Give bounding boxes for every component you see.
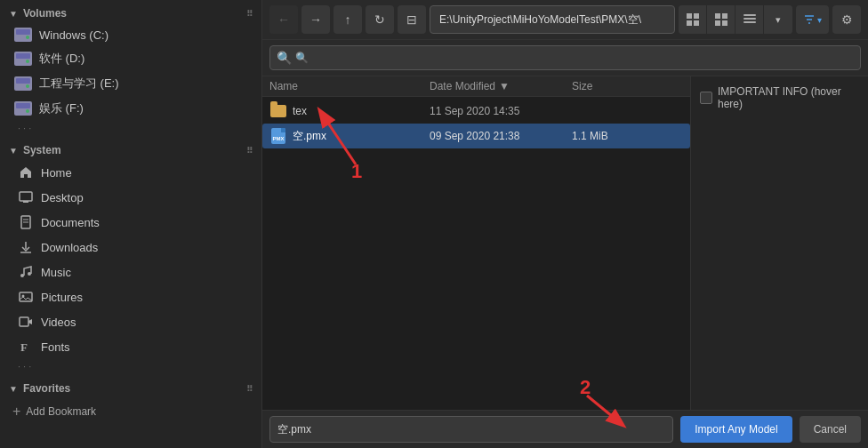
svg-rect-26: [687, 20, 692, 26]
important-info-checkbox[interactable]: [700, 92, 712, 104]
hdd-icon: [14, 28, 32, 42]
file-list-area: Name Date Modified ▼ Size tex 11 Sep 202…: [262, 76, 690, 410]
expand-dots: · · ·: [18, 123, 31, 133]
volume-c[interactable]: Windows (C:): [0, 23, 261, 46]
svg-rect-25: [694, 13, 699, 19]
file-list: tex 11 Sep 2020 14:35 PMX 空.pmx 09 Sep 2…: [262, 97, 690, 410]
home-icon: [18, 164, 34, 180]
file-date-pmx: 09 Sep 2020 21:38: [430, 130, 572, 142]
bottom-bar: Import Any Model Cancel: [262, 410, 868, 448]
forward-icon: →: [309, 12, 322, 27]
sidebar-item-home[interactable]: Home: [0, 160, 261, 185]
search-input[interactable]: [269, 45, 861, 70]
file-row-tex[interactable]: tex 11 Sep 2020 14:35: [262, 99, 690, 124]
file-row-pmx[interactable]: PMX 空.pmx 09 Sep 2020 21:38 1.1 MiB: [262, 124, 690, 148]
favorites-triangle: ▼: [9, 384, 18, 394]
volume-d[interactable]: 软件 (D:): [0, 46, 261, 71]
sidebar-item-music[interactable]: Music: [0, 260, 261, 284]
sidebar-item-pictures[interactable]: Pictures: [0, 284, 261, 309]
volumes-triangle: ▼: [9, 9, 18, 19]
sidebar-item-fonts[interactable]: F Fonts: [0, 334, 261, 359]
folder-icon: [269, 102, 287, 120]
volumes-section-title: Volumes: [23, 7, 246, 20]
hdd-icon-d: [14, 52, 32, 66]
back-button[interactable]: ←: [269, 5, 298, 34]
bookmark-icon: ⊟: [406, 12, 417, 27]
svg-rect-31: [722, 20, 727, 26]
filename-input[interactable]: [269, 416, 673, 443]
add-bookmark-label: Add Bookmark: [26, 405, 96, 418]
volumes-expand[interactable]: · · ·: [0, 121, 261, 137]
downloads-icon: [18, 239, 34, 255]
system-expand[interactable]: · · ·: [0, 359, 261, 375]
col-name-header[interactable]: Name: [269, 80, 430, 92]
system-expand-dots: · · ·: [18, 361, 31, 372]
file-name-tex: tex: [293, 105, 430, 117]
volume-e-label: 工程与学习 (E:): [39, 76, 119, 92]
volume-e[interactable]: 工程与学习 (E:): [0, 71, 261, 96]
content-area: Name Date Modified ▼ Size tex 11 Sep 202…: [262, 76, 868, 410]
svg-rect-10: [16, 103, 30, 108]
favorites-section-header[interactable]: ▼ Favorites ⠿: [0, 375, 261, 398]
path-bar[interactable]: E:\UnityProject\MiHoYoModelTest\PMX\空\: [430, 5, 675, 34]
desktop-icon: [18, 189, 34, 205]
settings-button[interactable]: ⚙: [832, 5, 861, 34]
up-button[interactable]: ↑: [334, 5, 362, 34]
svg-point-11: [26, 109, 29, 113]
svg-point-2: [26, 36, 29, 39]
svg-rect-12: [20, 192, 32, 201]
view-compact-button[interactable]: [735, 5, 764, 34]
toolbar: ← → ↑ ↻ ⊟ E:\UnityProject\MiHoYoModelTes…: [262, 0, 868, 40]
refresh-icon: ↻: [374, 12, 385, 27]
path-value: E:\UnityProject\MiHoYoModelTest\PMX\空\: [439, 12, 641, 28]
hdd-icon-f: [14, 101, 32, 116]
svg-rect-29: [722, 13, 727, 19]
bookmark-button[interactable]: ⊟: [398, 5, 426, 34]
pictures-label: Pictures: [41, 291, 83, 304]
view-grid-button[interactable]: [679, 5, 707, 34]
favorites-drag-handle: ⠿: [246, 384, 253, 394]
important-info-toggle[interactable]: IMPORTANT INFO (hover here): [700, 85, 859, 110]
forward-button[interactable]: →: [301, 5, 330, 34]
import-button[interactable]: Import Any Model: [680, 416, 792, 443]
view-sort-button[interactable]: ▾: [764, 5, 792, 34]
sidebar-item-videos[interactable]: Videos: [0, 309, 261, 334]
sort-chevron-icon: ▾: [776, 14, 781, 26]
volumes-drag-handle: ⠿: [246, 9, 253, 19]
view-group: ▾: [679, 5, 792, 34]
back-icon: ←: [277, 12, 290, 27]
svg-rect-13: [23, 201, 28, 203]
pmx-file-icon: PMX: [269, 127, 287, 145]
svg-rect-22: [20, 317, 28, 326]
search-input-wrap: 🔍: [269, 45, 861, 70]
up-icon: ↑: [345, 12, 351, 27]
svg-rect-32: [743, 14, 756, 16]
col-modified-header[interactable]: Date Modified ▼: [430, 80, 572, 92]
refresh-button[interactable]: ↻: [366, 5, 394, 34]
system-section-header[interactable]: ▼ System ⠿: [0, 137, 261, 160]
system-triangle: ▼: [9, 146, 18, 156]
sidebar-item-downloads[interactable]: Downloads: [0, 235, 261, 260]
favorites-section-title: Favorites: [23, 382, 246, 395]
documents-label: Documents: [41, 216, 100, 229]
sidebar: ▼ Volumes ⠿ Windows (C:) 软件 (D:) 工程与学习 (…: [0, 0, 262, 448]
volume-f[interactable]: 娱乐 (F:): [0, 96, 261, 121]
main-area: ← → ↑ ↻ ⊟ E:\UnityProject\MiHoYoModelTes…: [262, 0, 868, 448]
gear-icon: ⚙: [841, 12, 853, 27]
desktop-label: Desktop: [41, 191, 84, 204]
view-list-button[interactable]: [707, 5, 735, 34]
right-panel: IMPORTANT INFO (hover here): [690, 76, 868, 410]
sidebar-item-desktop[interactable]: Desktop: [0, 185, 261, 210]
music-label: Music: [41, 266, 71, 279]
sidebar-item-documents[interactable]: Documents: [0, 210, 261, 235]
cancel-button[interactable]: Cancel: [800, 416, 861, 443]
volumes-section-header[interactable]: ▼ Volumes ⠿: [0, 0, 261, 23]
filter-button[interactable]: ▾: [796, 5, 829, 34]
svg-rect-7: [16, 78, 30, 84]
add-bookmark-button[interactable]: + Add Bookmark: [0, 398, 261, 425]
svg-rect-30: [715, 20, 720, 26]
svg-text:F: F: [20, 340, 28, 354]
important-info-label: IMPORTANT INFO (hover here): [718, 85, 859, 110]
svg-rect-28: [715, 13, 720, 19]
svg-rect-33: [743, 18, 756, 20]
